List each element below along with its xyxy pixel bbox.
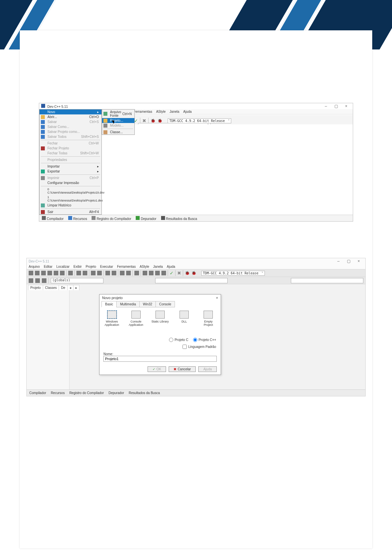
close-icon[interactable] [60, 271, 65, 275]
x-icon[interactable]: ✖ [177, 270, 181, 276]
screenshot-2: Dev-C++ 5.11 – ▢ × Arquivo Editar Locali… [26, 258, 366, 396]
sub-arquivo-fonte[interactable]: Arquivo Fonte Ctrl+N [102, 109, 134, 118]
tab-recursos[interactable]: Recursos [68, 216, 87, 221]
check-icon[interactable]: ✓ [170, 270, 174, 276]
tab-registro[interactable]: Registro do Compilador [69, 391, 104, 395]
replace-icon[interactable] [97, 271, 102, 275]
run-icon[interactable] [112, 271, 116, 275]
tab-classes[interactable]: Classes [43, 285, 59, 290]
menu-ajuda[interactable]: Ajuda [167, 265, 175, 268]
menu-conf-impr[interactable]: Configurar Impressão [40, 180, 101, 185]
ptype-static-lib[interactable]: Static Library [151, 311, 169, 326]
menu-projeto[interactable]: Projeto [86, 265, 96, 268]
rebuild-icon[interactable] [126, 271, 131, 275]
bug-icon[interactable]: 🐞 [185, 271, 190, 275]
max-button[interactable]: ▢ [331, 104, 341, 108]
nav-fwd-icon[interactable] [35, 278, 40, 283]
compile-run-icon[interactable] [120, 271, 125, 275]
sub-classe[interactable]: Classe... [102, 130, 134, 135]
print-icon[interactable] [68, 271, 73, 275]
stop-icon[interactable] [149, 271, 154, 275]
undo-icon[interactable] [76, 271, 81, 275]
save-icon [41, 120, 45, 124]
menu-imprimir: ImprimirCtrl+P [40, 175, 101, 180]
ptype-empty[interactable]: Empty Project [199, 311, 217, 326]
menu-executar[interactable]: Executar [100, 265, 113, 268]
sub-projeto[interactable]: Projeto... [102, 118, 134, 123]
step-icon[interactable] [155, 271, 160, 275]
opt-projeto-c[interactable]: Projeto C [169, 338, 188, 342]
menu-novo[interactable]: Novo▸ [40, 109, 101, 114]
menu-ferramentas[interactable]: Ferramentas [117, 265, 136, 268]
opt-projeto-cpp[interactable]: Projeto C++ [193, 338, 216, 342]
menu-recent-1[interactable]: 1 C:\Users\Vanessa\Desktop\a\Projeto1.de… [40, 195, 101, 203]
close-file-icon [41, 141, 45, 145]
nav-stop-icon[interactable] [42, 278, 46, 283]
tab-recursos[interactable]: Recursos [51, 391, 65, 395]
tab-scroll-l[interactable]: ◂ [67, 285, 73, 290]
compile-icon[interactable] [105, 271, 110, 275]
nav-back-icon[interactable] [29, 278, 33, 283]
close-button[interactable]: × [354, 259, 363, 263]
max-button[interactable]: ▢ [344, 259, 353, 263]
help-button[interactable]: Ajuda [198, 366, 217, 372]
menu-localizar[interactable]: Localizar [56, 265, 70, 268]
dlg-tab-basic[interactable]: Basic [101, 301, 117, 307]
bug-icon[interactable]: 🐞 [191, 271, 196, 275]
menu-arquivo[interactable]: Arquivo [29, 265, 40, 268]
tab-compilador[interactable]: Compilador [42, 216, 64, 221]
ptype-dll[interactable]: DLL [175, 311, 193, 326]
menu-exibir[interactable]: Exibir [73, 265, 82, 268]
saveall-icon[interactable] [47, 271, 52, 275]
min-button[interactable]: – [321, 104, 330, 108]
dlg-tab-win32[interactable]: Win32 [139, 301, 156, 307]
menu-importar[interactable]: Importar▸ [40, 164, 101, 169]
tab-compilador[interactable]: Compilador [29, 391, 46, 395]
opt-lang-default[interactable]: Linguagem Padrão [182, 345, 216, 349]
menubar: Arquivo Editar Localizar Exibir Projeto … [27, 264, 365, 269]
menu-fechar-todos: Fechar TodasShift+Ctrl+W [40, 151, 101, 156]
saveas-icon[interactable] [54, 271, 58, 275]
tab-registro[interactable]: Registro do Compilador [92, 216, 131, 221]
new-icon[interactable] [29, 271, 33, 275]
project-name-input[interactable] [103, 356, 217, 362]
dialog-close-button[interactable]: × [216, 296, 218, 300]
dlg-tab-multimedia[interactable]: Multimedia [116, 301, 139, 307]
globals-selector[interactable]: (globals) [51, 278, 103, 283]
windows-app-icon [107, 311, 117, 319]
dlg-tab-console[interactable]: Console [155, 301, 175, 307]
debug-icon[interactable] [134, 271, 139, 275]
close-button[interactable]: × [342, 104, 351, 108]
find-icon[interactable] [91, 271, 96, 275]
tab-debug[interactable]: De [59, 285, 68, 290]
ptype-console-app[interactable]: Console Application [127, 311, 145, 326]
search-icon [161, 216, 165, 220]
cancel-button[interactable]: ✖ Cancelar [169, 366, 196, 372]
redo-icon[interactable] [83, 271, 87, 275]
min-button[interactable]: – [334, 259, 343, 263]
empty-selector-1[interactable] [155, 278, 228, 283]
tab-busca[interactable]: Resultados da Busca [161, 216, 197, 221]
menu-limpar[interactable]: Limpar Histórico [40, 203, 101, 208]
menu-janela[interactable]: Janela [153, 265, 163, 268]
save-icon[interactable] [41, 271, 46, 275]
tab-depurador[interactable]: Depurador [136, 216, 156, 221]
compiler-selector[interactable]: TDM-GCC 4.9.2 64-bit Release [201, 271, 265, 276]
tab-busca[interactable]: Resultados da Busca [129, 391, 160, 395]
open-icon[interactable] [35, 271, 40, 275]
into-icon[interactable] [161, 271, 166, 275]
ok-button[interactable]: ✓OK [148, 366, 166, 372]
menu-abrir[interactable]: Abrir...Ctrl+O [40, 114, 101, 119]
empty-selector-2[interactable] [291, 278, 363, 283]
tab-depurador[interactable]: Depurador [108, 391, 124, 395]
tile-icon[interactable] [143, 271, 147, 275]
menu-astyle[interactable]: AStyle [140, 265, 149, 268]
menu-sair[interactable]: SairAlt+F4 [40, 209, 101, 214]
tab-projeto[interactable]: Projeto [28, 285, 43, 290]
menu-editar[interactable]: Editar [44, 265, 52, 268]
ptype-windows-app[interactable]: Windows Application [103, 311, 121, 326]
menu-exportar[interactable]: Exportar▸ [40, 169, 101, 174]
menu-recent-0[interactable]: 0 C:\Users\Vanessa\Desktop\a\Projeto19.d… [40, 187, 101, 195]
titlebar: Dev-C++ 5.11 – ▢ × [27, 258, 365, 264]
tab-scroll-r[interactable]: ▸ [73, 285, 79, 290]
